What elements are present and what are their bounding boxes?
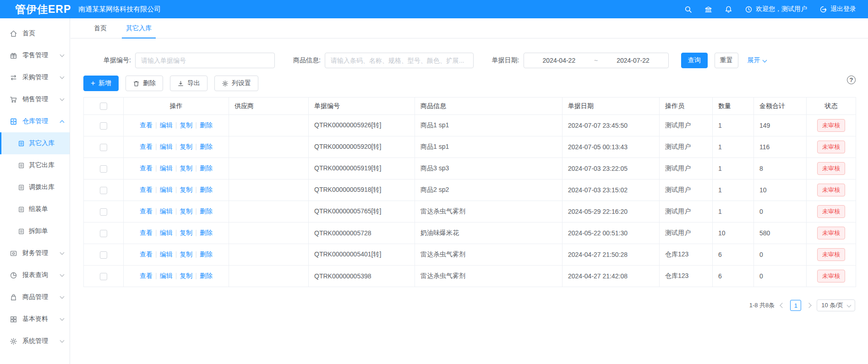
goods-info-input[interactable] [325, 53, 474, 68]
date-end[interactable]: 2024-07-22 [617, 57, 650, 64]
next-page-icon[interactable] [807, 303, 812, 308]
page-size-select[interactable]: 10 条/页 [817, 299, 855, 311]
sidebar-item-purchase[interactable]: 采购管理 [0, 66, 70, 88]
view-link[interactable]: 查看 [140, 250, 153, 258]
sidebar-item-home[interactable]: 首页 [0, 22, 70, 44]
edit-link[interactable]: 编辑 [160, 207, 173, 215]
delete-link[interactable]: 删除 [200, 143, 213, 150]
sidebar-item-label: 零售管理 [22, 51, 48, 60]
sidebar-item-sales[interactable]: 销售管理 [0, 88, 70, 110]
sidebar-item-other-outbound[interactable]: 其它出库 [0, 154, 70, 176]
col-actions: 操作 [124, 98, 229, 115]
delete-link[interactable]: 删除 [200, 207, 213, 215]
edit-link[interactable]: 编辑 [160, 229, 173, 236]
search-button[interactable]: 查询 [681, 53, 708, 68]
help-icon[interactable]: ? [847, 76, 856, 84]
copy-link[interactable]: 复制 [180, 229, 192, 236]
copy-link[interactable]: 复制 [180, 250, 192, 258]
row-checkbox[interactable] [100, 230, 107, 237]
date-start[interactable]: 2024-04-22 [543, 57, 576, 64]
col-goods: 商品信息 [415, 98, 562, 115]
column-settings-button[interactable]: 列设置 [214, 76, 258, 91]
tab-other-inbound[interactable]: 其它入库 [116, 18, 161, 38]
view-link[interactable]: 查看 [140, 186, 153, 193]
bill-no-input[interactable] [135, 53, 275, 68]
row-checkbox[interactable] [100, 251, 107, 259]
cell-amount: 580 [754, 223, 807, 244]
sidebar-item-goods[interactable]: 商品管理 [0, 286, 70, 308]
row-actions: 查看|编辑|复制|删除 [124, 179, 229, 201]
expand-toggle[interactable]: 展开 [748, 56, 766, 65]
edit-link[interactable]: 编辑 [160, 186, 173, 193]
date-range-picker[interactable]: 2024-04-22 ~ 2024-07-22 [524, 53, 669, 68]
welcome-user[interactable]: 欢迎您，测试用户 [745, 5, 807, 13]
copy-link[interactable]: 复制 [180, 186, 192, 193]
sidebar-item-reports[interactable]: 报表查询 [0, 264, 70, 286]
col-supplier: 供应商 [229, 98, 309, 115]
view-link[interactable]: 查看 [140, 164, 153, 172]
select-all-checkbox[interactable] [100, 103, 107, 110]
row-checkbox[interactable] [100, 165, 107, 173]
export-button[interactable]: 导出 [170, 76, 207, 91]
row-checkbox[interactable] [100, 273, 107, 280]
sidebar-item-disassembly[interactable]: 拆卸单 [0, 220, 70, 242]
row-checkbox[interactable] [100, 122, 107, 130]
row-actions: 查看|编辑|复制|删除 [124, 115, 229, 136]
delete-link[interactable]: 删除 [200, 250, 213, 258]
gear-icon [10, 337, 17, 345]
page-number[interactable]: 1 [790, 300, 801, 311]
sidebar-item-assembly[interactable]: 组装单 [0, 198, 70, 220]
sidebar-item-retail[interactable]: 零售管理 [0, 44, 70, 66]
search-icon[interactable] [684, 5, 692, 13]
view-link[interactable]: 查看 [140, 207, 153, 215]
cell-qty: 1 [713, 158, 754, 179]
logout-button[interactable]: 退出登录 [819, 5, 856, 13]
sidebar-item-finance[interactable]: 财务管理 [0, 242, 70, 264]
cell-amount: 8 [754, 158, 807, 179]
bank-icon[interactable] [704, 5, 712, 13]
delete-link[interactable]: 删除 [200, 272, 213, 279]
table-row: 查看|编辑|复制|删除 QTRK00000005728 奶油味爆米花 2024-… [84, 223, 856, 244]
edit-link[interactable]: 编辑 [160, 164, 173, 172]
cell-goods: 奶油味爆米花 [415, 223, 562, 244]
cell-operator: 测试用户 [660, 158, 713, 179]
tab-home[interactable]: 首页 [84, 18, 116, 38]
add-button[interactable]: +新增 [83, 76, 119, 91]
edit-link[interactable]: 编辑 [160, 272, 173, 279]
reset-button[interactable]: 重置 [715, 53, 738, 68]
chevron-down-icon [762, 58, 767, 62]
copy-link[interactable]: 复制 [180, 164, 192, 172]
sidebar-item-label: 基本资料 [22, 315, 48, 323]
view-link[interactable]: 查看 [140, 229, 153, 236]
delete-button[interactable]: 删除 [126, 76, 163, 91]
chevron-down-icon [847, 303, 852, 307]
delete-link[interactable]: 删除 [200, 121, 213, 129]
view-link[interactable]: 查看 [140, 121, 153, 129]
sidebar-item-label: 拆卸单 [29, 227, 48, 235]
sidebar-item-basic-data[interactable]: 基本资料 [0, 308, 70, 330]
delete-link[interactable]: 删除 [200, 229, 213, 236]
sidebar-item-label: 其它入库 [29, 139, 55, 147]
copy-link[interactable]: 复制 [180, 121, 192, 129]
sidebar-item-other-inbound[interactable]: 其它入库 [0, 132, 70, 154]
edit-link[interactable]: 编辑 [160, 121, 173, 129]
row-checkbox[interactable] [100, 144, 107, 151]
delete-link[interactable]: 删除 [200, 186, 213, 193]
row-checkbox[interactable] [100, 187, 107, 194]
delete-link[interactable]: 删除 [200, 164, 213, 172]
status-badge: 未审核 [817, 227, 845, 239]
copy-link[interactable]: 复制 [180, 143, 192, 150]
sidebar-item-warehouse[interactable]: 仓库管理 [0, 110, 70, 132]
sidebar-item-system[interactable]: 系统管理 [0, 330, 70, 352]
copy-link[interactable]: 复制 [180, 272, 192, 279]
edit-link[interactable]: 编辑 [160, 250, 173, 258]
bell-icon[interactable] [725, 5, 732, 13]
sidebar-item-transfer-outbound[interactable]: 调拨出库 [0, 176, 70, 198]
cell-goods: 商品2 sp2 [415, 179, 562, 201]
view-link[interactable]: 查看 [140, 143, 153, 150]
row-checkbox[interactable] [100, 208, 107, 216]
edit-link[interactable]: 编辑 [160, 143, 173, 150]
copy-link[interactable]: 复制 [180, 207, 192, 215]
prev-page-icon[interactable] [780, 303, 785, 308]
view-link[interactable]: 查看 [140, 272, 153, 279]
